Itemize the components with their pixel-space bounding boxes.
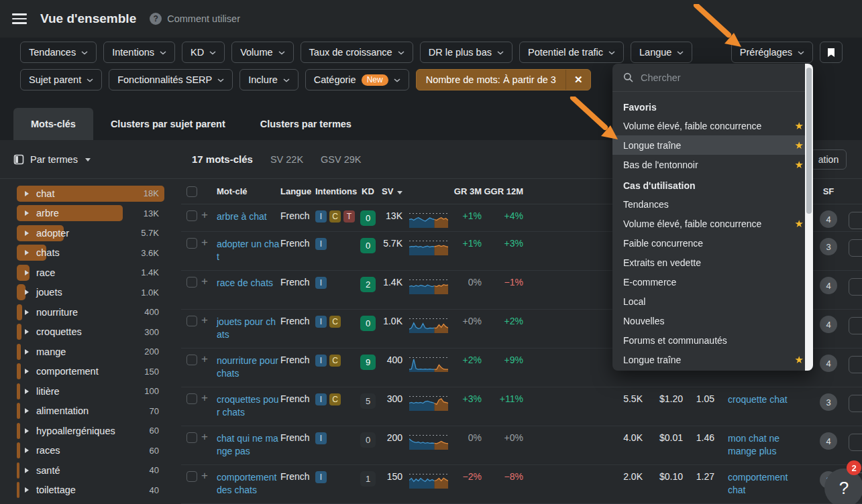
term-item-jouets[interactable]: jouets 1.0K (17, 283, 164, 303)
term-item-race[interactable]: race 1.4K (17, 263, 164, 283)
preset-item-extraits-en-vedette[interactable]: Extraits en vedette (612, 253, 813, 272)
term-item-toilettage[interactable]: toilettage 40 (17, 481, 164, 501)
presets-search-input[interactable]: Chercher (612, 64, 813, 92)
row-checkbox[interactable] (186, 393, 197, 404)
column-header-keyword[interactable]: Mot-clé (217, 186, 280, 196)
filter-button-volume[interactable]: Volume (231, 42, 293, 63)
term-item-sante[interactable]: santé 40 (17, 460, 164, 481)
term-item-hypoallerge-niques[interactable]: hypoallergéniques 60 (17, 421, 164, 441)
filter-button-intentions[interactable]: Intentions (103, 42, 175, 63)
row-checkbox[interactable] (186, 210, 197, 221)
preset-item-nouvelles[interactable]: Nouvelles (612, 311, 813, 330)
filter-button-dr-le-plus-bas[interactable]: DR le plus bas (420, 42, 513, 63)
row-checkbox[interactable] (186, 355, 197, 365)
term-item-races[interactable]: races 60 (17, 441, 164, 461)
filter-button-taux-de-croissance[interactable]: Taux de croissance (301, 42, 413, 63)
filter-button-kd[interactable]: KD (182, 42, 225, 63)
term-item-nourriture[interactable]: nourriture 400 (17, 302, 164, 322)
filter-button-tendances[interactable]: Tendances (20, 42, 97, 63)
column-header-kd[interactable]: KD (357, 186, 379, 196)
hamburger-menu-icon[interactable] (12, 13, 27, 24)
serp-button-clipped[interactable] (849, 434, 862, 451)
remove-filter-icon[interactable]: ✕ (565, 70, 591, 90)
preset-item-e-commerce[interactable]: E-commerce (612, 272, 813, 292)
column-header-language[interactable]: Langue (280, 186, 315, 196)
column-header-sv[interactable]: SV (379, 186, 402, 196)
filter-button-fonctionnalite-s-serp[interactable]: Fonctionnalités SERP (109, 69, 233, 90)
clipped-export-button[interactable]: ation (810, 149, 847, 170)
term-item-comportement[interactable]: comportement 150 (17, 362, 164, 382)
star-icon[interactable]: ★ (795, 139, 804, 151)
serp-button-clipped[interactable] (849, 317, 862, 334)
star-icon[interactable]: ★ (795, 120, 804, 132)
term-item-arbre[interactable]: arbre 13K (17, 204, 164, 224)
keyword-link[interactable]: jouets pour chats (217, 316, 276, 340)
row-checkbox[interactable] (186, 277, 197, 288)
serp-button-clipped[interactable] (849, 212, 862, 229)
preset-item-faible-concurrence[interactable]: Faible concurrence (612, 233, 813, 253)
scrollbar-thumb[interactable] (806, 68, 812, 214)
active-filter-word-count[interactable]: Nombre de mots: À partir de 3 ✕ (416, 69, 592, 90)
serp-button-clipped[interactable] (849, 239, 862, 257)
tab-clusters-par-termes[interactable]: Clusters par termes (243, 108, 369, 140)
term-item-chats[interactable]: chats 3.6K (17, 243, 164, 263)
filter-button-sujet-parent[interactable]: Sujet parent (20, 69, 102, 90)
keyword-link[interactable]: comportement des chats (217, 472, 276, 495)
parent-topic-link[interactable]: mon chat ne mange plus (728, 433, 779, 456)
terms-mode-dropdown[interactable]: Par termes (0, 140, 181, 179)
term-item-alimentation[interactable]: alimentation 70 (17, 401, 164, 422)
tab-clusters-par-sujet-parent[interactable]: Clusters par sujet parent (93, 108, 243, 140)
add-to-list-icon[interactable]: + (201, 471, 217, 503)
tab-mots-cle-s[interactable]: Mots-clés (13, 108, 93, 140)
preset-item-volume-e-leve-faible-concurrence[interactable]: Volume élevé, faible concurrence ★ (612, 214, 813, 233)
preset-item-forums-et-communaute-s[interactable]: Forums et communautés (612, 330, 813, 350)
select-all-checkbox[interactable] (186, 186, 197, 197)
term-item-adopter[interactable]: adopter 5.7K (17, 223, 164, 243)
preset-item-longue-trai-ne[interactable]: Longue traîne ★ (612, 350, 813, 369)
add-to-list-icon[interactable]: + (201, 393, 217, 426)
preset-item-tendances[interactable]: Tendances (612, 194, 813, 214)
row-checkbox[interactable] (186, 316, 197, 326)
filter-button-potentiel-de-trafic[interactable]: Potentiel de trafic (519, 42, 624, 63)
keyword-link[interactable]: chat qui ne mange pas (217, 433, 278, 456)
keyword-link[interactable]: croquettes pour chats (217, 394, 279, 418)
filter-button-cate-gorie[interactable]: CatégorieNew (305, 69, 409, 90)
dropdown-scrollbar[interactable] (805, 64, 813, 371)
star-icon[interactable]: ★ (795, 159, 804, 171)
star-icon[interactable]: ★ (795, 354, 804, 366)
column-header-gr3m[interactable]: GR 3M (448, 186, 482, 196)
preset-item-longue-trai-ne[interactable]: Longue traîne ★ (612, 135, 813, 155)
bookmark-button[interactable] (820, 42, 843, 63)
add-to-list-icon[interactable]: + (201, 355, 217, 387)
star-icon[interactable]: ★ (795, 218, 804, 230)
keyword-link[interactable]: adopter un chat (217, 239, 279, 262)
filter-button-langue[interactable]: Langue (631, 42, 692, 63)
serp-button-clipped[interactable] (849, 278, 862, 296)
keyword-link[interactable]: nourriture pour chats (217, 355, 278, 379)
filter-button-inclure[interactable]: Inclure (239, 69, 299, 90)
keyword-link[interactable]: race de chats (217, 277, 273, 288)
term-item-litie-re[interactable]: litière 100 (17, 381, 164, 401)
presets-button[interactable]: Préréglages (731, 42, 813, 63)
column-header-intents[interactable]: Intentions (315, 186, 357, 196)
preset-item-volume-e-leve-faible-concurrence[interactable]: Volume élevé, faible concurrence ★ (612, 116, 813, 135)
column-header-ggr12m[interactable]: GGR 12M (482, 186, 523, 196)
row-checkbox[interactable] (186, 238, 197, 249)
serp-button-clipped[interactable] (849, 395, 862, 412)
add-to-list-icon[interactable]: + (201, 238, 217, 270)
how-to-use-link[interactable]: Comment utiliser (167, 13, 240, 24)
row-checkbox[interactable] (186, 471, 197, 482)
parent-topic-link[interactable]: croquette chat (728, 394, 788, 405)
row-checkbox[interactable] (186, 432, 197, 443)
term-item-chat[interactable]: chat 18K (17, 184, 164, 204)
preset-item-local[interactable]: Local (612, 292, 813, 311)
parent-topic-link[interactable]: comportement chat (728, 472, 788, 495)
preset-item-bas-de-l-entonnoir[interactable]: Bas de l'entonnoir ★ (612, 155, 813, 174)
add-to-list-icon[interactable]: + (201, 210, 217, 231)
add-to-list-icon[interactable]: + (201, 316, 217, 348)
serp-button-clipped[interactable] (849, 356, 862, 373)
term-item-croquettes[interactable]: croquettes 300 (17, 322, 164, 342)
add-to-list-icon[interactable]: + (201, 432, 217, 464)
keyword-link[interactable]: arbre à chat (217, 211, 267, 222)
help-circle-icon[interactable]: ? (150, 13, 162, 25)
